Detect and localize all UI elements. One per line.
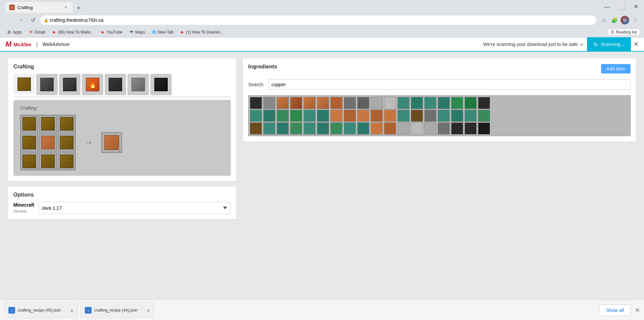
item-29[interactable] [397,110,410,122]
item-11[interactable] [397,97,410,109]
item-21[interactable] [290,110,302,122]
item-9[interactable] [371,97,383,109]
grid-cell-1-1[interactable] [39,134,57,152]
item-47[interactable] [397,122,410,135]
item-tab-grindstone[interactable] [150,74,172,95]
item-33[interactable] [451,110,463,122]
item-16[interactable] [465,97,477,109]
item-2[interactable] [277,97,289,109]
profile-avatar[interactable]: U [621,16,629,24]
item-3[interactable] [290,97,302,109]
item-7[interactable] [344,97,356,109]
item-36[interactable] [250,122,262,135]
back-btn[interactable]: ← [4,15,13,25]
item-6[interactable] [330,97,342,109]
item-27[interactable] [371,110,383,122]
maximize-btn[interactable]: ⬜ [615,3,628,10]
item-23[interactable] [317,110,329,122]
bookmark-maps[interactable]: 🗺 Maps [126,29,148,35]
minimize-btn[interactable]: — [601,3,613,10]
item-tab-blast-furnace[interactable] [59,74,80,95]
version-select[interactable]: Java 1.17 Java 1.16 Bedrock [38,202,231,214]
item-22[interactable] [304,110,316,122]
item-46[interactable] [384,122,396,135]
close-window-btn[interactable]: ✕ [631,3,641,10]
download-bar-close-btn[interactable]: ✕ [635,307,640,314]
star-icon[interactable]: ☆ [599,15,608,25]
item-5[interactable] [317,97,329,109]
grid-cell-2-0[interactable] [20,152,38,170]
item-32[interactable] [438,110,450,122]
item-0[interactable] [250,97,262,109]
reading-list-btn[interactable]: ☰ Reading list [608,29,640,36]
show-all-btn[interactable]: Show all [599,305,631,316]
item-44[interactable] [357,122,369,135]
item-12[interactable] [411,97,423,109]
grid-cell-0-0[interactable] [20,115,38,133]
grid-cell-0-1[interactable] [39,115,57,133]
bookmark-yt-88[interactable]: ▶ (88) How To Make... [49,29,97,35]
item-tab-campfire[interactable]: 🔥 [82,74,103,95]
item-43[interactable] [344,122,356,135]
tab-close-btn[interactable]: × [63,5,68,10]
item-38[interactable] [277,122,289,135]
forward-btn[interactable]: → [16,15,25,25]
download-expand-2[interactable]: ∧ [147,308,150,313]
crafting-result-cell[interactable]: 1 [101,132,122,153]
item-14[interactable] [438,97,450,109]
extensions-icon[interactable]: 🧩 [610,15,619,25]
bookmark-youtube[interactable]: ▶ YouTube [98,29,125,35]
item-tab-stonecutter[interactable] [127,74,149,95]
item-4[interactable] [304,97,316,109]
item-13[interactable] [424,97,436,109]
item-20[interactable] [277,110,289,122]
item-42[interactable] [330,122,342,135]
item-41[interactable] [317,122,329,135]
item-40[interactable] [304,122,316,135]
bookmark-apps[interactable]: ⊞ Apps [4,29,24,35]
item-50[interactable] [438,122,450,135]
item-49[interactable] [424,122,436,135]
item-28[interactable] [384,110,396,122]
item-26[interactable] [357,110,369,122]
item-18[interactable] [250,110,262,122]
item-15[interactable] [451,97,463,109]
grid-cell-0-2[interactable] [58,115,76,133]
bookmark-newtab[interactable]: 🌐 New Tab [149,29,176,35]
item-52[interactable] [465,122,477,135]
add-item-btn[interactable]: Add Item [601,64,631,73]
address-wrapper[interactable]: 🔒 [40,15,596,25]
bookmark-gmail[interactable]: M Gmail [26,29,48,35]
search-input[interactable] [268,79,631,90]
item-10[interactable] [384,97,396,109]
grid-cell-1-2[interactable] [58,134,76,152]
item-53[interactable] [478,122,490,135]
active-tab[interactable]: 🧱 Crafting × [5,2,72,13]
item-1[interactable] [263,97,275,109]
item-37[interactable] [263,122,275,135]
item-31[interactable] [424,110,436,122]
item-tab-crafting-table[interactable] [13,74,35,95]
mcafee-close-btn[interactable]: ✕ [634,41,639,48]
item-8[interactable] [357,97,369,109]
item-35[interactable] [478,110,490,122]
refresh-btn[interactable]: ↺ [28,15,38,25]
grid-cell-2-1[interactable] [39,152,57,170]
grid-cell-2-2[interactable] [58,152,76,170]
menu-btn[interactable]: ⋮ [631,15,640,25]
download-expand-1[interactable]: ∧ [70,308,73,313]
grid-cell-1-0[interactable] [20,134,38,152]
item-30[interactable] [411,110,423,122]
new-tab-btn[interactable]: + [74,3,83,13]
bookmark-yt-1[interactable]: ▶ (1) How To Downlo... [177,29,226,35]
item-17[interactable] [478,97,490,109]
item-34[interactable] [465,110,477,122]
address-input[interactable] [40,15,596,25]
item-51[interactable] [451,122,463,135]
download-item-2[interactable]: ↓ crafting_recipe (44).json ∧ [80,302,154,318]
item-48[interactable] [411,122,423,135]
item-24[interactable] [330,110,342,122]
item-tab-furnace[interactable] [36,74,58,95]
item-25[interactable] [344,110,356,122]
mcafee-scan-btn[interactable]: ↻ Scanning... [587,37,631,51]
